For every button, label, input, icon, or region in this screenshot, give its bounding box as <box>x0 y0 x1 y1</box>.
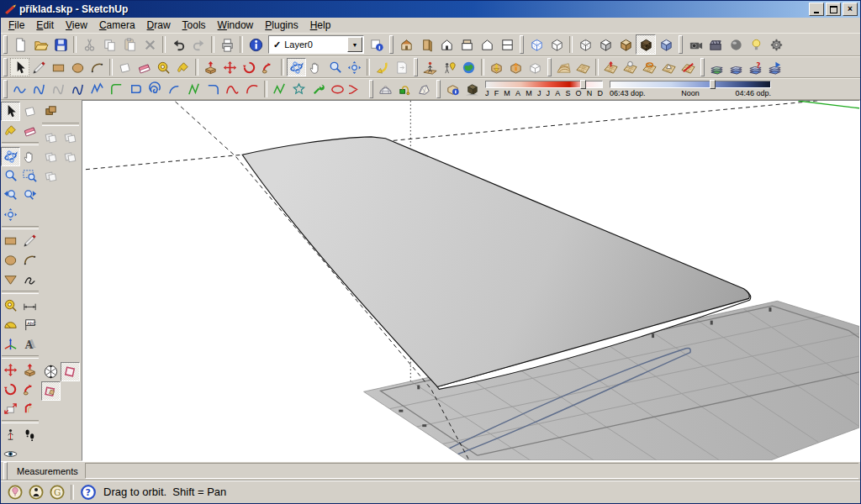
sandbox-from-scratch-button[interactable] <box>573 58 593 76</box>
bezier-8-button[interactable] <box>145 80 165 98</box>
eraser-button[interactable] <box>20 121 40 140</box>
toolbar-grip[interactable] <box>3 80 8 98</box>
claim-status-icon[interactable] <box>27 483 45 501</box>
view-right-button[interactable] <box>416 34 436 55</box>
minimize-button[interactable] <box>809 3 824 16</box>
component-button[interactable] <box>115 58 135 76</box>
next-button[interactable] <box>392 58 411 76</box>
freehand-button[interactable] <box>20 270 40 289</box>
view-left-button[interactable] <box>497 34 517 55</box>
shadow-date-slider[interactable]: JFMAMJJASOND <box>485 80 603 98</box>
section-display-button[interactable] <box>61 362 80 381</box>
bezier-7-button[interactable] <box>126 80 145 98</box>
geo-status-icon[interactable] <box>6 483 24 501</box>
rotate-button[interactable] <box>1 380 20 399</box>
signin-status-icon[interactable]: G <box>48 483 66 501</box>
shadow-time-slider[interactable]: 06:43 dop. Noon 04:46 odp. <box>610 80 771 98</box>
share-component-button[interactable] <box>526 58 545 76</box>
place-model-button[interactable] <box>420 58 440 76</box>
zoom-extents-button[interactable] <box>345 58 364 76</box>
bezier-1-button[interactable] <box>10 80 29 98</box>
orbit-button[interactable] <box>1 147 20 166</box>
toolbar-grip[interactable] <box>3 35 8 54</box>
viewport-3d[interactable] <box>82 100 860 461</box>
toolbar-grip[interactable] <box>679 35 683 54</box>
menu-edit[interactable]: Edit <box>30 18 60 32</box>
offset-button[interactable] <box>20 399 40 418</box>
pan-button[interactable] <box>20 147 40 166</box>
move-button[interactable] <box>220 58 240 76</box>
dimension-button[interactable] <box>20 296 40 315</box>
follow-me-button[interactable] <box>20 380 40 399</box>
undo-button[interactable] <box>168 34 188 55</box>
date-slider-thumb[interactable] <box>580 80 586 89</box>
polygon-star-button[interactable] <box>289 80 309 98</box>
line-button[interactable] <box>20 231 40 250</box>
time-slider-track[interactable] <box>610 81 771 88</box>
close-button[interactable]: × <box>843 3 858 16</box>
style-shaded-textures-button[interactable] <box>615 34 636 55</box>
shadow-settings-button[interactable] <box>443 80 462 98</box>
toolbar-grip[interactable] <box>700 58 705 76</box>
bezier-9-button[interactable] <box>165 80 184 98</box>
bezier-13-button[interactable] <box>242 80 261 98</box>
bezier-5-button[interactable] <box>87 80 107 98</box>
follow-me-button[interactable] <box>259 58 278 76</box>
bezier-2-button[interactable] <box>29 80 49 98</box>
render-settings-button[interactable] <box>766 34 786 55</box>
zoom-extents-button[interactable] <box>1 205 20 224</box>
surface-box-button[interactable] <box>395 80 415 98</box>
select-button[interactable] <box>1 102 20 121</box>
open-button[interactable] <box>30 34 50 55</box>
stamp-button[interactable] <box>621 58 640 76</box>
view-top-button[interactable] <box>457 34 477 55</box>
bezier-6-button[interactable] <box>107 80 126 98</box>
bezier-4-button[interactable] <box>68 80 87 98</box>
zoom-button[interactable] <box>325 58 345 76</box>
title-bar[interactable]: příklad.skp - SketchUp × <box>1 1 860 18</box>
sandbox-from-contours-button[interactable] <box>554 58 573 76</box>
section-cut-button[interactable] <box>41 381 61 401</box>
style-wireframe-button[interactable] <box>547 34 567 55</box>
get-models-button[interactable] <box>487 58 506 76</box>
menu-draw[interactable]: Draw <box>141 18 177 32</box>
polyline-button[interactable] <box>270 80 289 98</box>
orbit-button[interactable] <box>287 58 306 76</box>
help-status-icon[interactable]: ? <box>79 483 97 501</box>
soapskin-next-button[interactable] <box>765 58 784 76</box>
smoove-button[interactable] <box>601 58 621 76</box>
layer-combobox[interactable]: ✓ Layer0 ▼ <box>268 35 364 54</box>
tape-measure-button[interactable] <box>1 296 20 315</box>
push-pull-button[interactable] <box>20 360 40 380</box>
zoom-button[interactable] <box>1 166 20 186</box>
menu-view[interactable]: View <box>60 18 93 32</box>
toolbar-grip[interactable] <box>369 80 373 98</box>
position-camera-button[interactable] <box>1 425 20 444</box>
pie-button[interactable] <box>347 80 367 98</box>
component-button[interactable] <box>20 102 40 121</box>
toolbar-grip[interactable] <box>3 58 8 76</box>
flip-edge-button[interactable] <box>679 58 698 76</box>
bezier-10-button[interactable] <box>184 80 203 98</box>
pan-button[interactable] <box>306 58 325 76</box>
model-info-button[interactable] <box>246 34 266 55</box>
menu-camera[interactable]: Camera <box>93 18 141 32</box>
bezier-11-button[interactable] <box>203 80 223 98</box>
push-pull-button[interactable] <box>201 58 220 76</box>
time-slider-thumb[interactable] <box>710 80 716 89</box>
wrench-button[interactable] <box>309 80 328 98</box>
toolbar-grip[interactable] <box>389 35 394 54</box>
toolbar-grip[interactable] <box>520 35 524 54</box>
text-button[interactable]: AbC <box>20 315 40 334</box>
style-textured-button[interactable] <box>636 34 656 55</box>
previous-button[interactable] <box>372 58 392 76</box>
text3d-button[interactable]: AA <box>20 334 40 354</box>
ellipse-button[interactable] <box>328 80 347 98</box>
soapskin-bubble-button[interactable] <box>726 58 746 76</box>
add-location-button[interactable] <box>440 58 459 76</box>
polygon-button[interactable] <box>1 270 20 289</box>
zoom-previous-button[interactable] <box>1 186 20 205</box>
arc-button[interactable] <box>20 250 40 270</box>
tape-measure-button[interactable] <box>154 58 173 76</box>
view-iso-button[interactable] <box>396 34 416 55</box>
